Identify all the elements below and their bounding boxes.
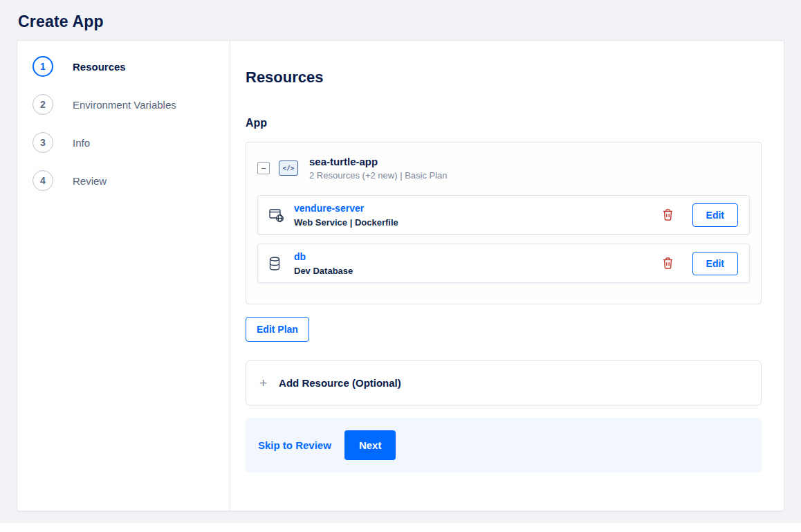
add-resource-label: Add Resource (Optional)	[279, 377, 401, 389]
step-number-badge: 4	[33, 170, 53, 191]
step-info[interactable]: 3 Info	[33, 132, 230, 153]
add-resource-card[interactable]: + Add Resource (Optional)	[246, 360, 762, 405]
resource-text: db Dev Database	[294, 250, 660, 276]
stepper: 1 Resources 2 Environment Variables 3 In…	[17, 41, 230, 511]
app-title-block: sea-turtle-app 2 Resources (+2 new) | Ba…	[309, 156, 448, 181]
resource-row-vendure-server: vendure-server Web Service | Dockerfile …	[257, 195, 750, 235]
delete-resource-icon[interactable]	[660, 206, 676, 223]
edit-resource-button[interactable]: Edit	[692, 203, 738, 227]
resource-detail: Web Service | Dockerfile	[294, 217, 660, 228]
edit-plan-button[interactable]: Edit Plan	[246, 317, 309, 342]
step-number-badge: 2	[33, 94, 53, 115]
database-icon	[269, 257, 286, 270]
content-panel: Resources App − </> sea-turtle-app 2 Res…	[230, 41, 784, 511]
step-label: Resources	[73, 61, 126, 73]
footer-action-bar: Skip to Review Next	[246, 418, 762, 473]
app-section-label: App	[246, 117, 762, 129]
step-number-badge: 3	[33, 132, 53, 153]
code-app-icon: </>	[279, 160, 298, 176]
plus-icon: +	[259, 378, 267, 389]
app-card: − </> sea-turtle-app 2 Resources (+2 new…	[246, 142, 762, 304]
next-button[interactable]: Next	[344, 430, 396, 460]
create-app-card: 1 Resources 2 Environment Variables 3 In…	[17, 40, 784, 511]
skip-to-review-link[interactable]: Skip to Review	[258, 439, 331, 451]
page-title: Create App	[0, 0, 801, 40]
content-heading: Resources	[246, 68, 762, 86]
step-label: Environment Variables	[73, 99, 176, 111]
step-resources[interactable]: 1 Resources	[33, 56, 230, 77]
resource-link[interactable]: vendure-server	[294, 203, 364, 214]
step-environment-variables[interactable]: 2 Environment Variables	[33, 94, 230, 115]
step-number-badge: 1	[33, 56, 53, 77]
edit-resource-button[interactable]: Edit	[692, 252, 738, 275]
step-review[interactable]: 4 Review	[33, 170, 230, 191]
app-card-header: − </> sea-turtle-app 2 Resources (+2 new…	[246, 143, 761, 195]
step-label: Info	[73, 137, 90, 149]
delete-resource-icon[interactable]	[660, 255, 676, 272]
bottom-strip	[0, 523, 801, 532]
resource-text: vendure-server Web Service | Dockerfile	[294, 202, 660, 228]
app-name: sea-turtle-app	[309, 156, 448, 167]
resource-detail: Dev Database	[294, 266, 660, 276]
resource-link[interactable]: db	[294, 251, 306, 262]
page: Create App 1 Resources 2 Environment Var…	[0, 0, 801, 511]
app-subtitle: 2 Resources (+2 new) | Basic Plan	[309, 170, 448, 181]
collapse-app-button[interactable]: −	[257, 162, 270, 174]
web-service-icon	[269, 208, 286, 223]
resource-row-db: db Dev Database Edit	[257, 244, 750, 283]
step-label: Review	[73, 175, 107, 187]
edit-plan-wrap: Edit Plan	[246, 317, 762, 342]
